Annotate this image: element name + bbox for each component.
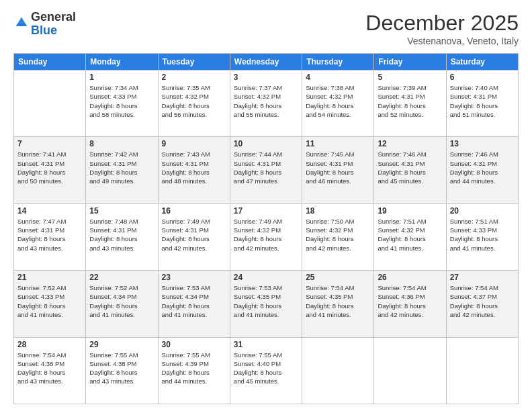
day-number: 11 bbox=[306, 139, 370, 148]
day-number: 15 bbox=[89, 206, 154, 216]
day-number: 22 bbox=[89, 273, 154, 282]
weekday-header: Sunday bbox=[14, 54, 86, 71]
calendar-cell: 9Sunrise: 7:43 AMSunset: 4:31 PMDaylight… bbox=[158, 137, 230, 203]
day-info: Sunrise: 7:44 AMSunset: 4:31 PMDaylight:… bbox=[234, 150, 298, 185]
logo: General Blue bbox=[13, 11, 76, 38]
day-number: 23 bbox=[162, 273, 226, 282]
day-number: 18 bbox=[306, 206, 370, 216]
day-number: 26 bbox=[378, 273, 442, 282]
logo-icon bbox=[15, 16, 28, 30]
day-info: Sunrise: 7:38 AMSunset: 4:32 PMDaylight:… bbox=[306, 83, 370, 119]
calendar-cell: 6Sunrise: 7:40 AMSunset: 4:31 PMDaylight… bbox=[446, 71, 518, 137]
calendar-cell: 16Sunrise: 7:49 AMSunset: 4:31 PMDayligh… bbox=[158, 203, 230, 270]
calendar-week-row: 14Sunrise: 7:47 AMSunset: 4:31 PMDayligh… bbox=[14, 203, 519, 270]
day-info: Sunrise: 7:48 AMSunset: 4:31 PMDaylight:… bbox=[89, 217, 154, 253]
calendar-cell: 3Sunrise: 7:37 AMSunset: 4:32 PMDaylight… bbox=[230, 71, 302, 137]
day-info: Sunrise: 7:54 AMSunset: 4:35 PMDaylight:… bbox=[306, 283, 370, 319]
title-block: December 2025 Vestenanova, Veneto, Italy bbox=[365, 11, 519, 46]
calendar-cell: 18Sunrise: 7:50 AMSunset: 4:32 PMDayligh… bbox=[302, 203, 374, 270]
header-row: SundayMondayTuesdayWednesdayThursdayFrid… bbox=[14, 54, 519, 71]
page: General Blue December 2025 Vestenanova, … bbox=[0, 0, 532, 411]
calendar-cell: 12Sunrise: 7:46 AMSunset: 4:31 PMDayligh… bbox=[374, 137, 446, 203]
calendar-cell: 11Sunrise: 7:45 AMSunset: 4:31 PMDayligh… bbox=[302, 137, 374, 203]
logo-general: General bbox=[31, 10, 76, 24]
day-number: 3 bbox=[234, 73, 298, 82]
calendar-cell bbox=[14, 71, 86, 137]
calendar-cell: 25Sunrise: 7:54 AMSunset: 4:35 PMDayligh… bbox=[302, 271, 374, 337]
calendar-cell: 20Sunrise: 7:51 AMSunset: 4:33 PMDayligh… bbox=[446, 203, 518, 270]
day-info: Sunrise: 7:42 AMSunset: 4:31 PMDaylight:… bbox=[89, 150, 154, 185]
day-number: 7 bbox=[17, 139, 82, 148]
weekday-header: Monday bbox=[86, 54, 158, 71]
calendar-week-row: 7Sunrise: 7:41 AMSunset: 4:31 PMDaylight… bbox=[14, 137, 519, 203]
day-number: 6 bbox=[450, 73, 515, 82]
day-info: Sunrise: 7:53 AMSunset: 4:35 PMDaylight:… bbox=[234, 283, 298, 319]
calendar-week-row: 21Sunrise: 7:52 AMSunset: 4:33 PMDayligh… bbox=[14, 271, 519, 337]
calendar-cell: 26Sunrise: 7:54 AMSunset: 4:36 PMDayligh… bbox=[374, 271, 446, 337]
day-number: 9 bbox=[162, 139, 226, 148]
day-info: Sunrise: 7:34 AMSunset: 4:33 PMDaylight:… bbox=[89, 83, 154, 119]
day-info: Sunrise: 7:54 AMSunset: 4:37 PMDaylight:… bbox=[450, 283, 515, 319]
month-title: December 2025 bbox=[365, 11, 519, 36]
day-number: 19 bbox=[378, 206, 442, 216]
day-number: 28 bbox=[17, 340, 82, 349]
weekday-header: Friday bbox=[374, 54, 446, 71]
calendar-week-row: 28Sunrise: 7:54 AMSunset: 4:38 PMDayligh… bbox=[14, 337, 519, 404]
day-info: Sunrise: 7:51 AMSunset: 4:33 PMDaylight:… bbox=[450, 217, 515, 253]
logo-blue: Blue bbox=[31, 24, 57, 37]
day-info: Sunrise: 7:55 AMSunset: 4:39 PMDaylight:… bbox=[162, 351, 226, 386]
day-info: Sunrise: 7:40 AMSunset: 4:31 PMDaylight:… bbox=[450, 83, 515, 119]
day-info: Sunrise: 7:52 AMSunset: 4:34 PMDaylight:… bbox=[89, 283, 154, 319]
day-number: 4 bbox=[306, 73, 370, 82]
day-info: Sunrise: 7:55 AMSunset: 4:40 PMDaylight:… bbox=[234, 351, 298, 386]
day-info: Sunrise: 7:49 AMSunset: 4:32 PMDaylight:… bbox=[234, 217, 298, 253]
day-number: 24 bbox=[234, 273, 298, 282]
day-number: 21 bbox=[17, 273, 82, 282]
day-number: 10 bbox=[234, 139, 298, 148]
calendar-cell: 22Sunrise: 7:52 AMSunset: 4:34 PMDayligh… bbox=[86, 271, 158, 337]
calendar-cell: 21Sunrise: 7:52 AMSunset: 4:33 PMDayligh… bbox=[14, 271, 86, 337]
calendar-cell: 4Sunrise: 7:38 AMSunset: 4:32 PMDaylight… bbox=[302, 71, 374, 137]
calendar-cell: 2Sunrise: 7:35 AMSunset: 4:32 PMDaylight… bbox=[158, 71, 230, 137]
calendar: SundayMondayTuesdayWednesdayThursdayFrid… bbox=[13, 53, 519, 404]
calendar-cell bbox=[302, 337, 374, 404]
calendar-cell: 29Sunrise: 7:55 AMSunset: 4:38 PMDayligh… bbox=[86, 337, 158, 404]
day-info: Sunrise: 7:52 AMSunset: 4:33 PMDaylight:… bbox=[17, 283, 82, 319]
day-number: 30 bbox=[162, 340, 226, 349]
svg-marker-0 bbox=[16, 17, 28, 26]
day-number: 1 bbox=[89, 73, 154, 82]
calendar-week-row: 1Sunrise: 7:34 AMSunset: 4:33 PMDaylight… bbox=[14, 71, 519, 137]
day-number: 16 bbox=[162, 206, 226, 216]
day-info: Sunrise: 7:37 AMSunset: 4:32 PMDaylight:… bbox=[234, 83, 298, 119]
day-info: Sunrise: 7:49 AMSunset: 4:31 PMDaylight:… bbox=[162, 217, 226, 253]
calendar-cell: 23Sunrise: 7:53 AMSunset: 4:34 PMDayligh… bbox=[158, 271, 230, 337]
calendar-cell: 31Sunrise: 7:55 AMSunset: 4:40 PMDayligh… bbox=[230, 337, 302, 404]
day-info: Sunrise: 7:45 AMSunset: 4:31 PMDaylight:… bbox=[306, 150, 370, 185]
day-info: Sunrise: 7:39 AMSunset: 4:31 PMDaylight:… bbox=[378, 83, 442, 119]
weekday-header: Wednesday bbox=[230, 54, 302, 71]
day-info: Sunrise: 7:35 AMSunset: 4:32 PMDaylight:… bbox=[162, 83, 226, 119]
logo-text: General Blue bbox=[31, 11, 76, 38]
day-number: 25 bbox=[306, 273, 370, 282]
day-number: 29 bbox=[89, 340, 154, 349]
day-info: Sunrise: 7:46 AMSunset: 4:31 PMDaylight:… bbox=[378, 150, 442, 185]
day-info: Sunrise: 7:50 AMSunset: 4:32 PMDaylight:… bbox=[306, 217, 370, 253]
calendar-cell: 15Sunrise: 7:48 AMSunset: 4:31 PMDayligh… bbox=[86, 203, 158, 270]
header: General Blue December 2025 Vestenanova, … bbox=[13, 11, 519, 46]
weekday-header: Saturday bbox=[446, 54, 518, 71]
day-info: Sunrise: 7:41 AMSunset: 4:31 PMDaylight:… bbox=[17, 150, 82, 185]
weekday-header: Tuesday bbox=[158, 54, 230, 71]
day-number: 8 bbox=[89, 139, 154, 148]
calendar-cell: 1Sunrise: 7:34 AMSunset: 4:33 PMDaylight… bbox=[86, 71, 158, 137]
day-number: 5 bbox=[378, 73, 442, 82]
calendar-cell: 30Sunrise: 7:55 AMSunset: 4:39 PMDayligh… bbox=[158, 337, 230, 404]
calendar-cell bbox=[446, 337, 518, 404]
calendar-cell: 14Sunrise: 7:47 AMSunset: 4:31 PMDayligh… bbox=[14, 203, 86, 270]
day-number: 31 bbox=[234, 340, 298, 349]
day-info: Sunrise: 7:51 AMSunset: 4:32 PMDaylight:… bbox=[378, 217, 442, 253]
calendar-cell: 24Sunrise: 7:53 AMSunset: 4:35 PMDayligh… bbox=[230, 271, 302, 337]
day-info: Sunrise: 7:54 AMSunset: 4:36 PMDaylight:… bbox=[378, 283, 442, 319]
day-number: 27 bbox=[450, 273, 515, 282]
calendar-cell: 17Sunrise: 7:49 AMSunset: 4:32 PMDayligh… bbox=[230, 203, 302, 270]
day-number: 12 bbox=[378, 139, 442, 148]
